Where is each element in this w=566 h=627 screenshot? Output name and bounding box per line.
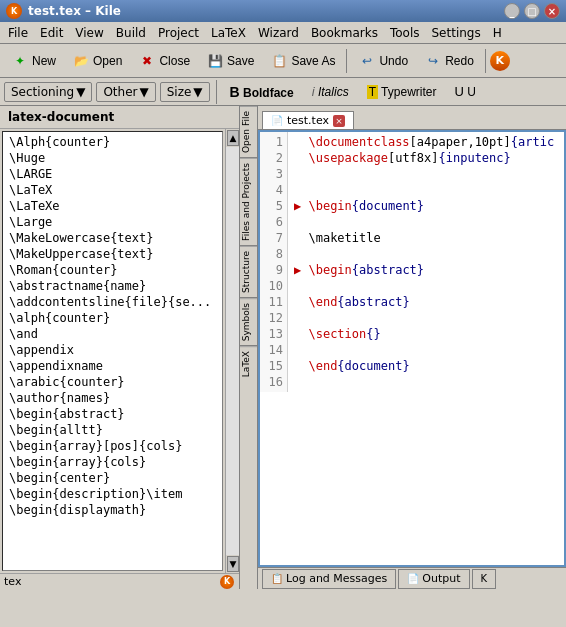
symbol-item[interactable]: \and [5,326,220,342]
redo-button[interactable]: ↪ Redo [417,49,481,73]
menu-latex[interactable]: LaTeX [205,24,252,42]
files-projects-tab[interactable]: Files and Projects [240,158,257,245]
bottom-tabs-bar: 📋 Log and Messages 📄 Output K [258,567,566,589]
new-icon: ✦ [11,52,29,70]
structure-tab[interactable]: Structure [240,246,257,297]
line-numbers: 12345678910111213141516 [260,132,288,392]
symbol-item[interactable]: \alph{counter} [5,310,220,326]
saveas-button[interactable]: 📋 Save As [263,49,342,73]
titlebar: K test.tex – Kile _ □ × [0,0,566,22]
menu-tools[interactable]: Tools [384,24,426,42]
minimize-button[interactable]: _ [504,3,520,19]
left-panel-status: tex K [0,573,239,589]
symbol-item[interactable]: \arabic{counter} [5,374,220,390]
code-line: \end{abstract} [294,294,560,310]
tab-close-button[interactable]: × [333,115,345,127]
symbol-item[interactable]: \Large [5,214,220,230]
symbol-item[interactable]: \begin{array}[pos]{cols} [5,438,220,454]
symbol-list[interactable]: \Alph{counter}\Huge\LARGE\LaTeX\LaTeXe\L… [2,131,223,571]
symbol-item[interactable]: \Alph{counter} [5,134,220,150]
symbol-item[interactable]: \begin{abstract} [5,406,220,422]
boldface-icon: B [230,84,240,100]
symbol-item[interactable]: \Roman{counter} [5,262,220,278]
editor-content[interactable]: 12345678910111213141516 \documentclass[a… [258,130,566,567]
scroll-down-button[interactable]: ▼ [227,556,239,572]
menu-help[interactable]: H [487,24,508,42]
new-button[interactable]: ✦ New [4,49,63,73]
size-dropdown[interactable]: Size ▼ [160,82,210,102]
close-button[interactable]: ✖ Close [131,49,197,73]
symbol-item[interactable]: \begin{description}\item [5,486,220,502]
menu-view[interactable]: View [69,24,109,42]
log-messages-tab[interactable]: 📋 Log and Messages [262,569,396,589]
symbol-item[interactable]: \begin{alltt} [5,422,220,438]
symbol-item[interactable]: \author{names} [5,390,220,406]
k-icon: K [481,573,488,584]
symbol-item[interactable]: \LARGE [5,166,220,182]
undo-button[interactable]: ↩ Undo [351,49,415,73]
code-line: ▶ \begin{document} [294,198,560,214]
typewriter-button[interactable]: T Typewriter [360,82,444,102]
symbol-item[interactable]: \MakeLowercase{text} [5,230,220,246]
code-line: \usepackage[utf8x]{inputenc} [294,150,560,166]
menu-wizard[interactable]: Wizard [252,24,305,42]
latex-tab[interactable]: LaTeX [240,346,257,381]
symbol-item[interactable]: \abstractname{name} [5,278,220,294]
toolbar-separator-2 [485,49,486,73]
other-arrow-icon: ▼ [139,85,148,99]
symbols-tab[interactable]: Symbols [240,298,257,345]
open-button[interactable]: 📂 Open [65,49,129,73]
boldface-button[interactable]: B Boldface [223,81,301,103]
output-tab[interactable]: 📄 Output [398,569,469,589]
italics-button[interactable]: i Italics [305,81,356,102]
code-area[interactable]: \documentclass[a4paper,10pt]{artic \usep… [290,132,564,565]
symbol-item[interactable]: \appendix [5,342,220,358]
log-icon: 📋 [271,573,283,584]
symbol-list-inner: \Alph{counter}\Huge\LARGE\LaTeX\LaTeXe\L… [3,132,222,520]
menu-build[interactable]: Build [110,24,152,42]
undo-icon: ↩ [358,52,376,70]
main-toolbar: ✦ New 📂 Open ✖ Close 💾 Save 📋 Save As ↩ … [0,44,566,78]
code-line [294,374,560,390]
symbol-item[interactable]: \LaTeXe [5,198,220,214]
code-line: \documentclass[a4paper,10pt]{artic [294,134,560,150]
underline-button[interactable]: U U [447,81,482,102]
scroll-up-button[interactable]: ▲ [227,130,239,146]
menu-file[interactable]: File [2,24,34,42]
menu-settings[interactable]: Settings [426,24,487,42]
symbol-item[interactable]: \begin{center} [5,470,220,486]
open-file-tab[interactable]: Open File [240,106,257,157]
redo-icon: ↪ [424,52,442,70]
symbol-item[interactable]: \begin{array}{cols} [5,454,220,470]
other-dropdown[interactable]: Other ▼ [96,82,155,102]
symbol-item[interactable]: \LaTeX [5,182,220,198]
editor-tab-testtex[interactable]: 📄 test.tex × [262,111,354,129]
window-controls[interactable]: _ □ × [504,3,560,19]
symbol-item[interactable]: \MakeUppercase{text} [5,246,220,262]
editor-area: 📄 test.tex × 12345678910111213141516 \do… [258,106,566,589]
open-icon: 📂 [72,52,90,70]
code-line: \maketitle [294,230,560,246]
scroll-track [226,147,239,555]
list-scrollbar[interactable]: ▲ ▼ [225,129,239,573]
symbol-item[interactable]: \Huge [5,150,220,166]
maximize-button[interactable]: □ [524,3,540,19]
k-tab[interactable]: K [472,569,497,589]
close-button[interactable]: × [544,3,560,19]
symbol-item[interactable]: \appendixname [5,358,220,374]
sectioning-dropdown[interactable]: Sectioning ▼ [4,82,92,102]
symbol-item[interactable]: \begin{displaymath} [5,502,220,518]
editor-tabs: 📄 test.tex × [258,106,566,130]
code-line: \end{document} [294,358,560,374]
save-button[interactable]: 💾 Save [199,49,261,73]
menubar: File Edit View Build Project LaTeX Wizar… [0,22,566,44]
tab-label: test.tex [287,114,329,127]
symbol-item[interactable]: \addcontentsline{file}{se... [5,294,220,310]
kile-small-icon: K [220,575,234,589]
menu-edit[interactable]: Edit [34,24,69,42]
menu-project[interactable]: Project [152,24,205,42]
format-separator [216,80,217,104]
code-line [294,166,560,182]
menu-bookmarks[interactable]: Bookmarks [305,24,384,42]
app-logo: K [6,3,22,19]
